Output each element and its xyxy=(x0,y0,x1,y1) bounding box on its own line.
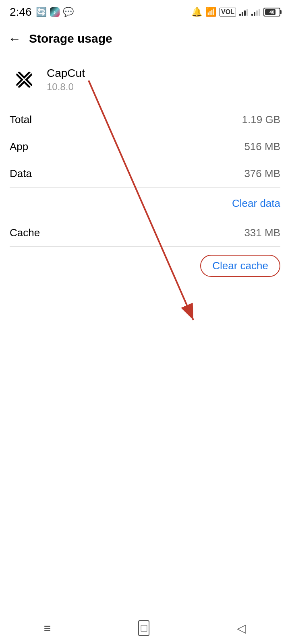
app-logo xyxy=(10,65,39,94)
total-row: Total 1.19 GB xyxy=(10,106,280,133)
signal-bars-2 xyxy=(251,8,260,16)
clear-cache-row[interactable]: Clear cache xyxy=(10,247,280,285)
data-row: Data 376 MB xyxy=(10,160,280,187)
status-right: 🔔 📶 VOL 40 xyxy=(191,7,280,17)
status-icons: 🔄 ♪ 💬 xyxy=(36,7,74,17)
status-time: 2:46 xyxy=(10,6,32,19)
total-label: Total xyxy=(10,114,32,126)
signal-bars-1 xyxy=(239,8,248,16)
notification-icon: 🔔 xyxy=(191,7,202,17)
back-button[interactable]: ← xyxy=(8,31,21,46)
sync-icon: 🔄 xyxy=(36,7,47,17)
clear-data-button[interactable]: Clear data xyxy=(232,196,280,211)
cache-row: Cache 331 MB xyxy=(10,219,280,246)
data-label: Data xyxy=(10,167,32,180)
app-info: CapCut 10.8.0 xyxy=(0,53,290,102)
status-left: 2:46 🔄 ♪ 💬 xyxy=(10,6,74,19)
battery-text: 40 xyxy=(264,10,280,14)
app-version: 10.8.0 xyxy=(47,81,85,93)
nav-bar: ≡ □ ◁ xyxy=(0,612,290,644)
messenger-icon: 💬 xyxy=(63,7,74,17)
menu-nav-icon[interactable]: ≡ xyxy=(44,621,51,635)
tiktok-icon: ♪ xyxy=(50,7,60,17)
app-label: App xyxy=(10,140,28,153)
cache-value: 331 MB xyxy=(244,227,280,239)
status-bar: 2:46 🔄 ♪ 💬 🔔 📶 VOL xyxy=(0,0,290,24)
page-title: Storage usage xyxy=(29,32,112,45)
toolbar: ← Storage usage xyxy=(0,24,290,53)
clear-data-row[interactable]: Clear data xyxy=(10,188,280,219)
cache-label: Cache xyxy=(10,227,40,239)
home-nav-icon[interactable]: □ xyxy=(138,620,149,636)
app-name-section: CapCut 10.8.0 xyxy=(47,67,85,93)
wifi-icon: 📶 xyxy=(205,7,216,17)
vol-icon: VOL xyxy=(220,8,236,17)
app-row: App 516 MB xyxy=(10,133,280,160)
back-nav-icon[interactable]: ◁ xyxy=(237,621,246,635)
total-value: 1.19 GB xyxy=(242,114,280,126)
capcut-logo-icon xyxy=(11,67,37,93)
clear-cache-button[interactable]: Clear cache xyxy=(200,255,280,277)
app-value: 516 MB xyxy=(244,140,280,153)
data-value: 376 MB xyxy=(244,167,280,180)
app-name: CapCut xyxy=(47,67,85,80)
battery-indicator: 40 xyxy=(263,8,280,17)
storage-section: Total 1.19 GB App 516 MB Data 376 MB Cle… xyxy=(0,102,290,285)
